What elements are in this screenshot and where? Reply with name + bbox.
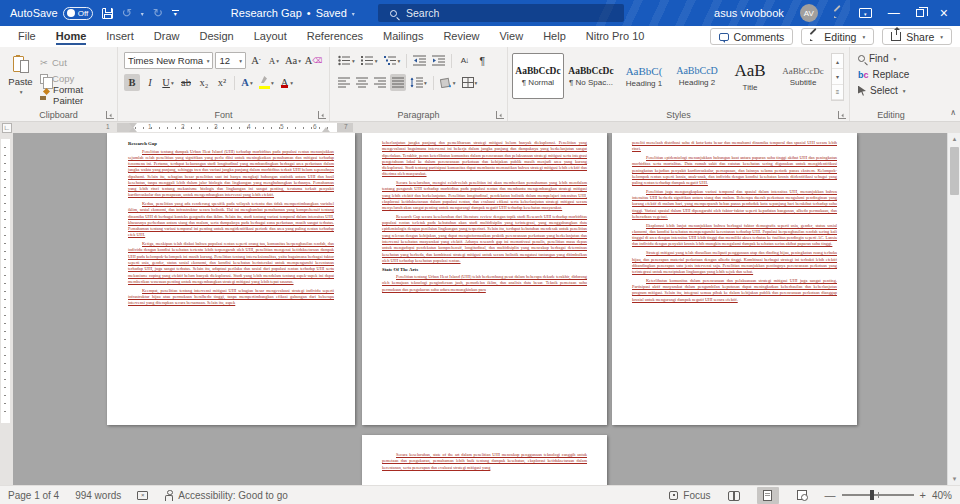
collapse-ribbon-icon[interactable]: ∧ bbox=[950, 108, 956, 117]
increase-indent-button[interactable] bbox=[430, 52, 447, 69]
focus-mode-button[interactable]: Focus bbox=[669, 490, 710, 501]
zoom-out-button[interactable]: — bbox=[825, 489, 836, 501]
styles-dialog-launcher-icon[interactable] bbox=[838, 111, 846, 119]
style-heading2[interactable]: AaBbCcD Heading 2 bbox=[671, 53, 723, 99]
subscript-button[interactable]: x₂ bbox=[196, 74, 212, 91]
vertical-ruler[interactable] bbox=[0, 133, 13, 485]
text-highlight-button[interactable]: ▾ bbox=[257, 74, 276, 91]
document-page-2[interactable]: keberlanjutan jangka panjang dan pemelih… bbox=[362, 133, 607, 425]
save-icon[interactable] bbox=[102, 8, 113, 19]
tab-view[interactable]: View bbox=[489, 28, 533, 45]
minimize-button[interactable]: — bbox=[888, 6, 900, 20]
align-left-button[interactable] bbox=[336, 74, 352, 91]
paste-button[interactable]: Paste ▾ bbox=[4, 51, 37, 107]
grow-font-button[interactable]: Aˆ bbox=[248, 52, 264, 69]
proofing-errors-icon[interactable]: × bbox=[137, 491, 148, 500]
borders-button[interactable]: ▾ bbox=[460, 74, 480, 91]
print-layout-button[interactable] bbox=[757, 487, 779, 504]
clear-formatting-button[interactable]: A⌫ bbox=[304, 52, 323, 69]
horizontal-ruler[interactable] bbox=[117, 123, 353, 132]
web-layout-button[interactable] bbox=[791, 487, 813, 504]
styles-scroll-up-icon[interactable]: ▴ bbox=[832, 54, 843, 69]
zoom-slider[interactable] bbox=[842, 494, 914, 496]
italic-button[interactable]: I bbox=[142, 74, 158, 91]
style-title[interactable]: AaB Title bbox=[724, 53, 776, 99]
restore-button[interactable] bbox=[916, 9, 924, 17]
shrink-font-button[interactable]: A▾ bbox=[266, 52, 282, 69]
share-button[interactable]: Share ▾ bbox=[882, 28, 952, 45]
styles-more-icon[interactable]: ≡ bbox=[832, 85, 843, 100]
account-name[interactable]: asus vivobook bbox=[714, 7, 784, 19]
undo-caret-icon[interactable]: ▾ bbox=[141, 10, 144, 17]
tab-design[interactable]: Design bbox=[189, 28, 243, 45]
tab-home[interactable]: Home bbox=[46, 28, 97, 45]
document-page-4[interactable]: Secara keseluruhan, state of the art dal… bbox=[362, 435, 607, 485]
align-right-button[interactable] bbox=[372, 74, 388, 91]
styles-scroll-down-icon[interactable]: ▾ bbox=[832, 69, 843, 84]
shading-button[interactable]: ▾ bbox=[438, 74, 458, 91]
document-page-1[interactable]: Research Gap Penelitian tentang dampak U… bbox=[107, 133, 355, 425]
read-mode-button[interactable] bbox=[723, 487, 745, 504]
tab-help[interactable]: Help bbox=[533, 28, 576, 45]
format-painter-button[interactable]: Format Painter bbox=[37, 87, 113, 102]
replace-button[interactable]: bc Replace bbox=[854, 67, 928, 82]
quick-access-toolbar-icon[interactable]: ▾ bbox=[172, 10, 179, 16]
sort-button[interactable]: A↓ bbox=[456, 52, 472, 69]
tab-selector-button[interactable]: ∟ bbox=[2, 123, 12, 133]
autosave-toggle[interactable]: AutoSave Off bbox=[10, 7, 93, 20]
avatar[interactable]: AV bbox=[800, 4, 818, 22]
scrollbar-thumb[interactable] bbox=[950, 147, 959, 195]
tab-file[interactable]: File bbox=[8, 28, 46, 45]
inking-icon[interactable] bbox=[834, 9, 843, 18]
select-button[interactable]: Select ▾ bbox=[854, 83, 928, 98]
right-indent-marker[interactable] bbox=[322, 127, 330, 132]
bold-button[interactable]: B bbox=[124, 74, 140, 91]
line-spacing-button[interactable]: ▾ bbox=[408, 74, 429, 91]
tab-mailings[interactable]: Mailings bbox=[373, 28, 433, 45]
autosave-pill[interactable]: Off bbox=[63, 7, 93, 20]
clipboard-dialog-launcher-icon[interactable] bbox=[106, 111, 114, 119]
redo-icon[interactable]: ↻ bbox=[153, 7, 163, 19]
multilevel-list-button[interactable]: ▾ bbox=[382, 52, 403, 69]
font-name-select[interactable]: Times New Roma▾ bbox=[124, 52, 213, 69]
ribbon-display-options-icon[interactable]: ▾ bbox=[859, 8, 872, 18]
paragraph-dialog-launcher-icon[interactable] bbox=[496, 111, 504, 119]
scrollbar-up-icon[interactable]: ▴ bbox=[948, 133, 960, 145]
style-no-spacing[interactable]: AaBbCcDc ¶ No Spac... bbox=[565, 53, 617, 99]
underline-button[interactable]: U▾ bbox=[160, 74, 176, 91]
cut-button[interactable]: ✂ Cut bbox=[37, 55, 113, 70]
document-title-group[interactable]: Research Gap • Saved ▾ bbox=[231, 7, 355, 19]
strikethrough-button[interactable]: ab bbox=[178, 74, 194, 91]
document-page-3[interactable]: peneliti menelaah distribusi suhu di kot… bbox=[612, 133, 857, 425]
font-dialog-launcher-icon[interactable] bbox=[318, 111, 326, 119]
font-color-button[interactable]: A▾ bbox=[278, 74, 295, 91]
tab-layout[interactable]: Layout bbox=[244, 28, 297, 45]
style-subtitle[interactable]: AaBbCcDc Subtitle bbox=[777, 53, 829, 99]
hanging-indent-marker[interactable] bbox=[129, 127, 137, 132]
tab-insert[interactable]: Insert bbox=[96, 28, 144, 45]
undo-icon[interactable]: ↺ bbox=[122, 7, 132, 19]
align-center-button[interactable] bbox=[354, 74, 370, 91]
scrollbar-down-icon[interactable]: ▾ bbox=[948, 473, 960, 485]
numbering-button[interactable]: ▾ bbox=[359, 52, 380, 69]
tab-nitro-pro[interactable]: Nitro Pro 10 bbox=[576, 28, 655, 45]
comments-button[interactable]: Comments bbox=[710, 28, 794, 45]
decrease-indent-button[interactable] bbox=[411, 52, 428, 69]
accessibility-status[interactable]: Accessibility: Good to go bbox=[164, 490, 288, 501]
tab-references[interactable]: References bbox=[297, 28, 373, 45]
zoom-in-button[interactable]: + bbox=[920, 489, 926, 501]
justify-button[interactable] bbox=[390, 74, 406, 91]
find-button[interactable]: Find ▾ bbox=[854, 51, 928, 66]
font-size-select[interactable]: 12▾ bbox=[215, 52, 246, 69]
style-normal[interactable]: AaBbCcDc ¶ Normal bbox=[512, 53, 564, 99]
change-case-button[interactable]: Aa▾ bbox=[284, 52, 302, 69]
bullets-button[interactable]: ▾ bbox=[336, 52, 357, 69]
tab-review[interactable]: Review bbox=[433, 28, 489, 45]
tab-draw[interactable]: Draw bbox=[144, 28, 190, 45]
zoom-level[interactable]: 40% bbox=[932, 490, 952, 501]
style-heading1[interactable]: AaBbC( Heading 1 bbox=[618, 53, 670, 99]
editing-mode-button[interactable]: Editing ▾ bbox=[801, 28, 874, 45]
word-count[interactable]: 994 words bbox=[75, 490, 121, 501]
vertical-scrollbar[interactable]: ▴ ▾ bbox=[947, 133, 960, 485]
superscript-button[interactable]: x² bbox=[214, 74, 230, 91]
